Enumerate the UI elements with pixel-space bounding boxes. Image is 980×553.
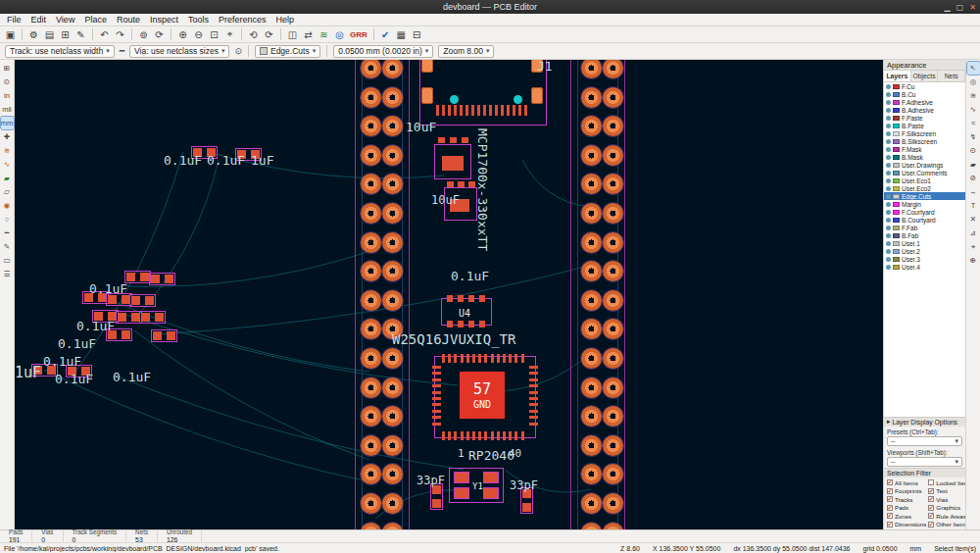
rp2040-pin-pad[interactable] <box>521 431 524 440</box>
j1-pin-pad[interactable] <box>501 105 504 116</box>
silkscreen-label[interactable]: 0.1uF <box>43 355 81 368</box>
silkscreen-label[interactable]: 33pF <box>416 475 445 486</box>
silkscreen-label[interactable]: 0.1uF <box>207 154 245 167</box>
redo-button[interactable]: ↷ <box>113 27 127 41</box>
through-hole-pad[interactable] <box>581 116 602 136</box>
layer-row-b-mask[interactable]: B.Mask <box>884 153 965 161</box>
j1-pin-pad[interactable] <box>507 105 510 116</box>
y1-pad[interactable] <box>455 488 468 498</box>
silkscreen-label[interactable]: 0.1uF <box>58 337 96 350</box>
layer-color-swatch[interactable] <box>893 194 900 199</box>
through-hole-pad[interactable] <box>581 261 602 281</box>
through-hole-pad[interactable] <box>581 493 602 514</box>
through-hole-pad[interactable] <box>361 435 381 456</box>
layer-color-swatch[interactable] <box>893 124 900 128</box>
visibility-eye-icon[interactable] <box>886 249 891 254</box>
through-hole-pad[interactable] <box>361 87 381 108</box>
through-hole-pad[interactable] <box>361 406 381 427</box>
rp2040-pin-pad[interactable] <box>432 397 441 400</box>
checkbox[interactable] <box>928 513 934 519</box>
zoom-in-button[interactable]: ⊕ <box>175 27 190 41</box>
visibility-eye-icon[interactable] <box>886 92 891 97</box>
layer-color-swatch[interactable] <box>893 155 900 160</box>
through-hole-pad[interactable] <box>361 377 381 398</box>
rp2040-pin-pad[interactable] <box>432 366 441 369</box>
checkbox[interactable] <box>887 496 893 502</box>
visibility-eye-icon[interactable] <box>886 241 891 246</box>
layer-color-swatch[interactable] <box>893 210 900 215</box>
grid-select[interactable]: 0.0500 mm (0.0020 in)▾ <box>333 45 433 58</box>
rp2040-pin-pad[interactable] <box>432 372 441 375</box>
rp2040-pin-pad[interactable] <box>432 384 441 387</box>
rp2040-pin-pad[interactable] <box>514 431 517 440</box>
through-hole-pad[interactable] <box>361 174 381 194</box>
j1-pin-pad[interactable] <box>513 105 515 116</box>
layer-color-swatch[interactable] <box>893 100 900 105</box>
silkscreen-label[interactable]: 1 <box>458 448 465 459</box>
through-hole-pad[interactable] <box>603 406 623 427</box>
layer-color-swatch[interactable] <box>893 233 900 238</box>
checkbox[interactable] <box>887 479 893 485</box>
visibility-eye-icon[interactable] <box>886 131 891 136</box>
zoom-select[interactable]: Zoom 8.00▾ <box>438 45 494 58</box>
zone-fill-display-toggle[interactable]: ▰ <box>1 172 14 184</box>
visibility-eye-icon[interactable] <box>886 116 891 121</box>
u4-pin-pad[interactable] <box>468 321 474 327</box>
u4-pin-pad[interactable] <box>479 295 485 302</box>
through-hole-pad[interactable] <box>581 203 602 224</box>
checkbox[interactable] <box>928 522 934 528</box>
through-hole-pad[interactable] <box>361 116 381 136</box>
through-hole-pad[interactable] <box>382 203 403 224</box>
drawing-sheet-toggle[interactable]: ▭ <box>1 254 14 267</box>
rp2040-pin-pad[interactable] <box>432 423 441 426</box>
layer-row-f-paste[interactable]: F.Paste <box>884 114 965 122</box>
j1-shield-pad[interactable] <box>421 60 433 73</box>
silkscreen-label[interactable]: 0.1uF <box>113 371 151 383</box>
rotate-cw-button[interactable]: ⟳ <box>262 27 276 41</box>
regulator-tab-pad[interactable] <box>442 156 464 171</box>
zone-tool[interactable]: ▰ <box>967 158 980 171</box>
menu-inspect[interactable]: Inspect <box>145 15 183 25</box>
visibility-eye-icon[interactable] <box>886 171 891 176</box>
capacitor-footprint[interactable] <box>149 273 175 285</box>
pad-outline-mode-toggle[interactable]: ◉ <box>1 199 14 212</box>
print-button[interactable]: ⊞ <box>58 27 73 41</box>
regulator-pin-pad[interactable] <box>468 181 475 187</box>
net-inspector-button[interactable]: ⊟ <box>410 27 424 41</box>
y1-pad[interactable] <box>484 488 498 498</box>
visibility-eye-icon[interactable] <box>886 210 891 215</box>
through-hole-pad[interactable] <box>603 290 623 311</box>
rp2040-pin-pad[interactable] <box>432 410 441 413</box>
layer-row-f-silkscreen[interactable]: F.Silkscreen <box>884 129 965 137</box>
layer-color-swatch[interactable] <box>893 84 900 89</box>
rp2040-pin-pad[interactable] <box>448 431 451 440</box>
menu-route[interactable]: Route <box>112 15 145 25</box>
through-hole-pad[interactable] <box>603 377 623 398</box>
layer-row-user-eco2[interactable]: User.Eco2 <box>884 184 965 192</box>
j1-pin-pad[interactable] <box>471 105 474 116</box>
layer-row-f-mask[interactable]: F.Mask <box>884 145 965 153</box>
checkbox[interactable] <box>928 496 934 502</box>
layer-row-f-courtyard[interactable]: F.Courtyard <box>884 208 965 216</box>
u4-pin-pad[interactable] <box>458 295 464 302</box>
through-hole-pad[interactable] <box>603 523 623 529</box>
layer-row-b-courtyard[interactable]: B.Courtyard <box>884 216 965 224</box>
rp2040-pin-pad[interactable] <box>478 354 481 363</box>
j1-pin-pad[interactable] <box>495 105 498 116</box>
layer-row-margin[interactable]: Margin <box>884 200 965 208</box>
rp2040-pin-pad[interactable] <box>529 372 538 375</box>
rp2040-pin-pad[interactable] <box>529 423 538 426</box>
silkscreen-label[interactable]: J1 <box>537 60 553 73</box>
y1-pad[interactable] <box>484 473 498 482</box>
rp2040-pin-pad[interactable] <box>509 354 512 363</box>
text-tool[interactable]: T <box>967 199 980 212</box>
visibility-eye-icon[interactable] <box>886 178 891 183</box>
via[interactable] <box>450 95 459 104</box>
through-hole-pad[interactable] <box>603 435 623 456</box>
through-hole-pad[interactable] <box>361 493 381 514</box>
checkbox[interactable] <box>887 488 893 494</box>
highlight-net-tool[interactable]: ◎ <box>967 75 980 88</box>
rp2040-pin-pad[interactable] <box>461 354 464 363</box>
j1-shield-pad[interactable] <box>531 87 543 104</box>
through-hole-pad[interactable] <box>603 87 623 108</box>
